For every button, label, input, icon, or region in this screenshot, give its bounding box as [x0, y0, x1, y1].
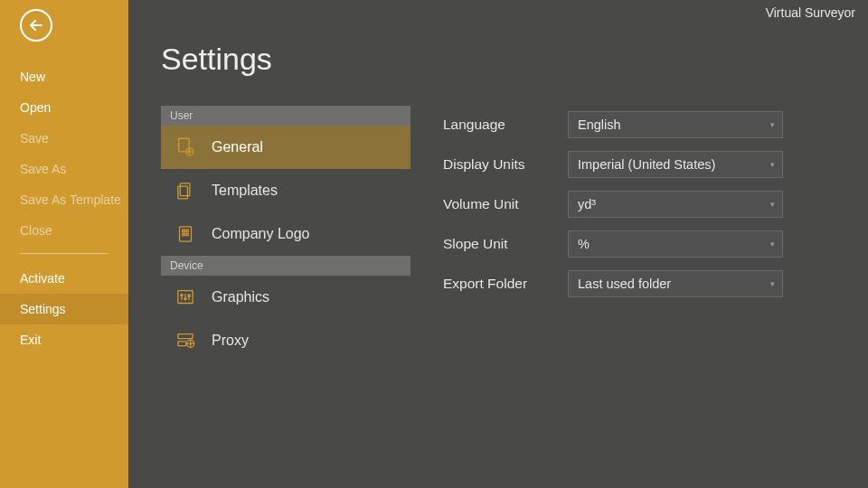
field-label: Display Units	[443, 156, 568, 173]
category-item-label: Templates	[212, 183, 278, 199]
select-value: English	[578, 117, 621, 132]
form-row-display-units: Display Units Imperial (United States) ▾	[443, 151, 783, 178]
category-item-label: Graphics	[212, 289, 269, 305]
sidebar-item-settings[interactable]: Settings	[0, 294, 128, 324]
svg-rect-10	[186, 233, 188, 235]
field-label: Language	[443, 117, 568, 133]
category-item-proxy[interactable]: Proxy	[161, 319, 410, 362]
arrow-left-icon	[28, 17, 44, 33]
display-units-select[interactable]: Imperial (United States) ▾	[568, 151, 783, 178]
category-item-templates[interactable]: Templates	[161, 169, 410, 212]
chevron-down-icon: ▾	[770, 160, 775, 169]
select-value: yd³	[578, 197, 596, 211]
sidebar-item-activate[interactable]: Activate	[0, 263, 128, 294]
form-row-export-folder: Export Folder Last used folder ▾	[443, 270, 783, 297]
form-row-language: Language English ▾	[443, 111, 783, 138]
select-value: Imperial (United States)	[578, 157, 715, 172]
sidebar-item-open[interactable]: Open	[0, 92, 128, 123]
svg-rect-1	[179, 138, 189, 152]
chevron-down-icon: ▾	[770, 239, 775, 249]
app-root: Virtual Surveyor New Open Save Save As S…	[0, 0, 868, 488]
sidebar-item-save-as[interactable]: Save As	[0, 154, 128, 184]
slope-unit-select[interactable]: % ▾	[568, 230, 783, 258]
gear-doc-icon	[172, 134, 199, 161]
select-value: %	[578, 237, 590, 251]
category-panel: User General Templates	[161, 106, 410, 362]
form-row-slope-unit: Slope Unit % ▾	[443, 230, 783, 258]
select-value: Last used folder	[578, 277, 671, 291]
sidebar-item-new[interactable]: New	[0, 61, 128, 92]
category-item-company-logo[interactable]: Company Logo	[161, 212, 410, 256]
app-title: Virtual Surveyor	[766, 5, 855, 20]
category-item-general[interactable]: General	[161, 126, 410, 169]
sidebar: New Open Save Save As Save As Template C…	[0, 0, 128, 488]
svg-rect-8	[186, 230, 188, 231]
form-row-volume-unit: Volume Unit yd³ ▾	[443, 191, 783, 218]
sidebar-item-exit[interactable]: Exit	[0, 324, 128, 355]
svg-rect-5	[178, 186, 188, 199]
svg-rect-6	[180, 227, 192, 241]
category-header-device: Device	[161, 256, 410, 276]
logo-icon	[172, 221, 199, 248]
chevron-down-icon: ▾	[770, 279, 775, 288]
chevron-down-icon: ▾	[770, 120, 775, 129]
category-header-user: User	[161, 106, 410, 126]
svg-rect-19	[178, 342, 186, 346]
svg-point-3	[189, 151, 191, 153]
language-select[interactable]: English ▾	[568, 111, 783, 138]
field-label: Export Folder	[443, 276, 568, 292]
field-label: Slope Unit	[443, 236, 568, 252]
svg-rect-4	[180, 183, 190, 196]
svg-rect-18	[178, 334, 193, 339]
sidebar-list: New Open Save Save As Save As Template C…	[0, 54, 128, 355]
page-title: Settings	[161, 42, 841, 77]
svg-rect-7	[183, 230, 184, 231]
sliders-icon	[172, 284, 199, 311]
sidebar-item-close[interactable]: Close	[0, 215, 128, 246]
category-item-graphics[interactable]: Graphics	[161, 276, 410, 319]
field-label: Volume Unit	[443, 196, 568, 212]
templates-icon	[172, 177, 199, 204]
category-item-label: Proxy	[212, 333, 249, 349]
category-item-label: General	[212, 139, 263, 155]
chevron-down-icon: ▾	[770, 200, 775, 209]
back-button[interactable]	[20, 9, 52, 42]
proxy-icon	[172, 327, 199, 354]
export-folder-select[interactable]: Last used folder ▾	[568, 270, 783, 297]
settings-content: User General Templates	[161, 106, 841, 362]
sidebar-item-save[interactable]: Save	[0, 123, 128, 154]
sidebar-divider	[20, 253, 108, 254]
category-item-label: Company Logo	[212, 226, 310, 242]
settings-form: Language English ▾ Display Units Imperia…	[443, 106, 783, 362]
svg-rect-9	[183, 233, 184, 235]
volume-unit-select[interactable]: yd³ ▾	[568, 191, 783, 218]
sidebar-item-save-as-template[interactable]: Save As Template	[0, 184, 128, 215]
main-area: Settings User General Templates	[128, 0, 868, 488]
